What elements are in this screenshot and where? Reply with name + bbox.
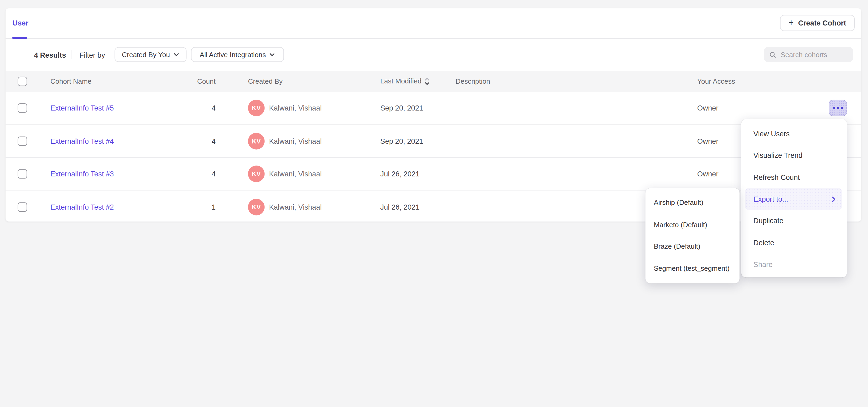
plus-icon: + [788, 18, 794, 27]
created-by-filter-dropdown[interactable]: Created By You [114, 47, 186, 62]
cohort-count: 4 [160, 104, 215, 112]
header-created-by: Created By [248, 77, 283, 85]
search-input[interactable] [780, 50, 847, 59]
cohort-name-link[interactable]: ExternalInfo Test #5 [51, 104, 114, 112]
export-submenu: Airship (Default) Marketo (Default) Braz… [645, 188, 739, 283]
avatar: KV [248, 166, 265, 183]
row-checkbox[interactable] [18, 169, 27, 179]
menu-item-delete[interactable]: Delete [741, 232, 847, 253]
last-modified-date: Jul 26, 2021 [380, 203, 420, 211]
creator-name: Kalwani, Vishaal [269, 104, 322, 112]
integrations-filter-dropdown[interactable]: All Active Integrations [191, 47, 284, 62]
submenu-item-braze[interactable]: Braze (Default) [645, 236, 739, 257]
cohorts-page: User + Create Cohort 4 Results Filter by… [0, 0, 868, 407]
menu-item-view-users[interactable]: View Users [741, 123, 847, 145]
divider [71, 50, 71, 59]
menu-item-share: Share [741, 253, 847, 275]
header-last-modified-sort[interactable]: Last Modified [380, 77, 430, 85]
header-count: Count [160, 77, 215, 85]
table-row: ExternalInfo Test #3 4 KV Kalwani, Visha… [5, 158, 861, 191]
access-level: Owner [697, 104, 718, 112]
submenu-item-airship[interactable]: Airship (Default) [645, 192, 739, 214]
tab-user[interactable]: User [12, 19, 28, 27]
avatar: KV [248, 199, 265, 215]
table-row: ExternalInfo Test #4 4 KV Kalwani, Visha… [5, 125, 861, 158]
access-level: Owner [697, 170, 718, 178]
chevron-down-icon [270, 53, 275, 56]
menu-item-visualize-trend[interactable]: Visualize Trend [741, 145, 847, 166]
menu-item-refresh-count[interactable]: Refresh Count [741, 166, 847, 188]
avatar: KV [248, 132, 265, 149]
create-cohort-label: Create Cohort [798, 19, 846, 27]
menu-item-export-to[interactable]: Export to... [745, 188, 842, 210]
filter-by-label: Filter by [80, 51, 105, 59]
cohort-count: 4 [160, 137, 215, 145]
creator-name: Kalwani, Vishaal [269, 170, 322, 178]
row-actions-menu: View Users Visualize Trend Refresh Count… [741, 119, 847, 277]
creator-name: Kalwani, Vishaal [269, 203, 322, 211]
search-box [764, 47, 853, 62]
integrations-filter-label: All Active Integrations [200, 51, 266, 58]
header-your-access: Your Access [697, 77, 735, 85]
cohort-name-link[interactable]: ExternalInfo Test #4 [51, 137, 114, 145]
created-by-filter-label: Created By You [122, 51, 170, 58]
row-checkbox[interactable] [18, 202, 27, 212]
search-icon [769, 51, 776, 58]
row-actions-button[interactable] [829, 100, 847, 116]
last-modified-date: Sep 20, 2021 [380, 137, 423, 145]
sort-icon [425, 77, 430, 85]
access-level: Owner [697, 137, 718, 145]
chevron-right-icon [832, 196, 836, 202]
table-header: Cohort Name Count Created By Last Modifi… [5, 71, 861, 92]
header-description: Description [456, 77, 490, 85]
cohort-name-link[interactable]: ExternalInfo Test #3 [51, 170, 114, 178]
last-modified-date: Jul 26, 2021 [380, 170, 420, 178]
submenu-item-segment[interactable]: Segment (test_segment) [645, 257, 739, 279]
avatar: KV [248, 100, 265, 116]
row-checkbox[interactable] [18, 103, 27, 113]
export-to-label: Export to... [753, 195, 788, 203]
create-cohort-button[interactable]: + Create Cohort [780, 14, 855, 31]
tab-bar: User + Create Cohort [5, 8, 861, 39]
header-last-modified-label: Last Modified [380, 77, 422, 85]
table-row: ExternalInfo Test #5 4 KV Kalwani, Visha… [5, 92, 861, 125]
cohort-count: 1 [160, 203, 215, 211]
cohort-name-link[interactable]: ExternalInfo Test #2 [51, 203, 114, 211]
header-cohort-name: Cohort Name [51, 77, 92, 85]
filter-bar: 4 Results Filter by Created By You All A… [5, 39, 861, 71]
menu-item-duplicate[interactable]: Duplicate [741, 210, 847, 232]
creator-name: Kalwani, Vishaal [269, 137, 322, 145]
results-count: 4 Results [34, 51, 66, 59]
row-checkbox[interactable] [18, 136, 27, 146]
active-tab-underline [12, 37, 27, 39]
chevron-down-icon [174, 53, 179, 56]
submenu-item-marketo[interactable]: Marketo (Default) [645, 214, 739, 236]
cohort-count: 4 [160, 170, 215, 178]
select-all-checkbox[interactable] [18, 76, 27, 86]
last-modified-date: Sep 20, 2021 [380, 104, 423, 112]
